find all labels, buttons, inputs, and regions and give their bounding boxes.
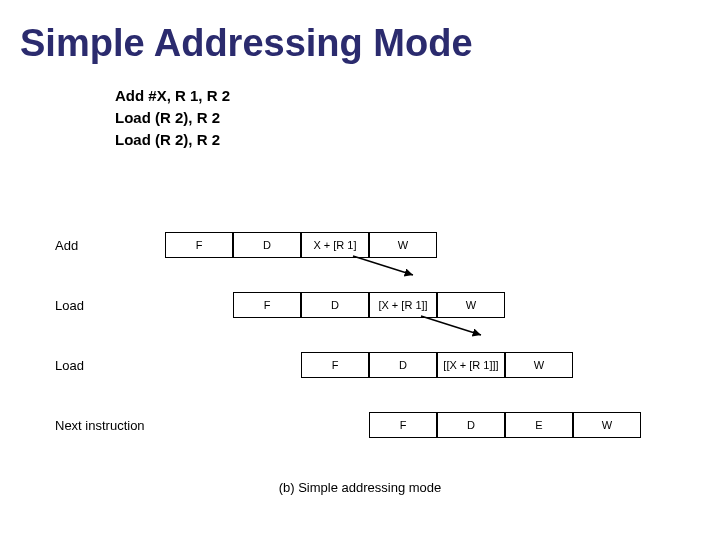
stage-cell: F xyxy=(301,352,369,378)
pipeline-row-load1: Load F D [X + [R 1]] W xyxy=(55,275,641,335)
stage-cell: D xyxy=(301,292,369,318)
stage-cell: D xyxy=(233,232,301,258)
pipeline-diagram: Add F D X + [R 1] W Load F D [X + [R 1]]… xyxy=(55,215,641,455)
spacer xyxy=(301,412,369,438)
stage-cell: F xyxy=(165,232,233,258)
pipeline-row-next: Next instruction F D E W xyxy=(55,395,641,455)
code-line-1: Add #X, R 1, R 2 xyxy=(115,85,230,107)
spacer xyxy=(165,292,233,318)
stage-cell: D xyxy=(369,352,437,378)
spacer xyxy=(165,352,233,378)
row-label: Add xyxy=(55,238,165,253)
stage-cell: [[X + [R 1]]] xyxy=(437,352,505,378)
pipeline-row-add: Add F D X + [R 1] W xyxy=(55,215,641,275)
stage-cell: F xyxy=(369,412,437,438)
stage-cell: W xyxy=(505,352,573,378)
spacer xyxy=(165,412,233,438)
code-block: Add #X, R 1, R 2 Load (R 2), R 2 Load (R… xyxy=(115,85,230,151)
row-label: Load xyxy=(55,358,165,373)
stage-cell: W xyxy=(437,292,505,318)
slide-title: Simple Addressing Mode xyxy=(20,22,473,65)
stage-cell: X + [R 1] xyxy=(301,232,369,258)
spacer xyxy=(233,412,301,438)
stage-cell: E xyxy=(505,412,573,438)
stage-cell: [X + [R 1]] xyxy=(369,292,437,318)
spacer xyxy=(233,352,301,378)
stage-cell: W xyxy=(369,232,437,258)
pipeline-row-load2: Load F D [[X + [R 1]]] W xyxy=(55,335,641,395)
stage-cell: F xyxy=(233,292,301,318)
row-label: Next instruction xyxy=(55,418,165,433)
stage-cell: D xyxy=(437,412,505,438)
figure-caption: (b) Simple addressing mode xyxy=(0,480,720,495)
stage-cell: W xyxy=(573,412,641,438)
slide: Simple Addressing Mode Add #X, R 1, R 2 … xyxy=(0,0,720,540)
code-line-3: Load (R 2), R 2 xyxy=(115,129,230,151)
code-line-2: Load (R 2), R 2 xyxy=(115,107,230,129)
row-label: Load xyxy=(55,298,165,313)
